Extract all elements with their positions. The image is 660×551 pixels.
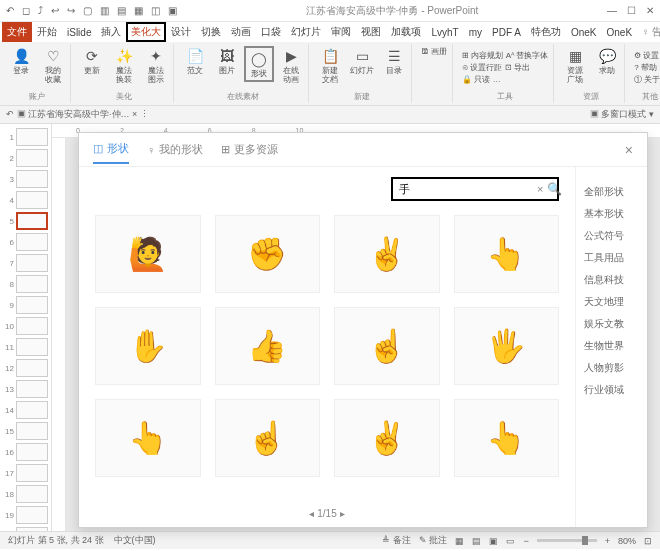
qat-icon[interactable]: ⤴ xyxy=(38,5,43,16)
qat-icon[interactable]: ◫ xyxy=(151,5,160,16)
shape-item[interactable]: 👆 xyxy=(454,215,560,293)
view-reading-icon[interactable]: ▣ xyxy=(489,536,498,546)
multi-window-button[interactable]: ▣ 多窗口模式 ▾ xyxy=(590,108,654,121)
tab-home[interactable]: 开始 xyxy=(32,22,62,42)
language[interactable]: 中文(中国) xyxy=(114,534,156,547)
slide-thumbnail[interactable]: 12 xyxy=(2,359,49,377)
notes-button[interactable]: ≜ 备注 xyxy=(382,534,411,547)
favorites-button[interactable]: ♡我的 收藏 xyxy=(38,46,68,85)
magic-style-button[interactable]: ✨魔法 换装 xyxy=(109,46,139,85)
qat-icon[interactable]: ▤ xyxy=(117,5,126,16)
online-anim-button[interactable]: ▶在线 动画 xyxy=(276,46,306,85)
qat-icon[interactable]: ▥ xyxy=(100,5,109,16)
clear-icon[interactable]: × xyxy=(537,183,543,195)
tab-design[interactable]: 设计 xyxy=(166,22,196,42)
category-item[interactable]: 人物剪影 xyxy=(584,357,639,379)
zoom-thumb[interactable] xyxy=(582,536,588,545)
doc-tab[interactable]: ↶ ▣ 江苏省海安高级中学·仲… × ⋮ xyxy=(6,108,149,121)
newslide-button[interactable]: ▭幻灯片 xyxy=(347,46,377,76)
slide-thumbnail[interactable]: 13 xyxy=(2,380,49,398)
tab-pocket[interactable]: 口袋 xyxy=(256,22,286,42)
tab-file[interactable]: 文件 xyxy=(2,22,32,42)
slide-thumbnail[interactable]: 6 xyxy=(2,233,49,251)
minimize-icon[interactable]: — xyxy=(607,5,617,16)
tab-beautify[interactable]: 美化大 xyxy=(126,22,166,42)
category-item[interactable]: 生物世界 xyxy=(584,335,639,357)
shape-item[interactable]: ☝ xyxy=(215,399,321,477)
tab-more-resources[interactable]: ⊞更多资源 xyxy=(221,136,278,163)
newdoc-button[interactable]: 📋新建 文档 xyxy=(315,46,345,85)
tab-view[interactable]: 视图 xyxy=(356,22,386,42)
category-item[interactable]: 公式符号 xyxy=(584,225,639,247)
slide-thumbnail[interactable]: 9 xyxy=(2,296,49,314)
tool-row[interactable]: 🔒 只读 … xyxy=(462,74,548,85)
category-item[interactable]: 全部形状 xyxy=(584,181,639,203)
shape-item[interactable]: 👆 xyxy=(95,399,201,477)
qat-icon[interactable]: ▢ xyxy=(83,5,92,16)
slide-thumbnail[interactable]: 16 xyxy=(2,443,49,461)
tab-slideshow[interactable]: 幻灯片 xyxy=(286,22,326,42)
slide-thumbnail[interactable]: 20 xyxy=(2,527,49,531)
tab-review[interactable]: 审阅 xyxy=(326,22,356,42)
slide-thumbnail[interactable]: 7 xyxy=(2,254,49,272)
category-item[interactable]: 行业领域 xyxy=(584,379,639,401)
tool-row[interactable]: ⊙ 设置行距 ⊡ 导出 xyxy=(462,62,548,73)
comments-button[interactable]: ✎ 批注 xyxy=(419,534,448,547)
qat-icon[interactable]: ↩ xyxy=(51,5,59,16)
close-panel-button[interactable]: × xyxy=(625,142,633,158)
shape-button[interactable]: ◯形状 xyxy=(244,46,274,82)
seek-button[interactable]: 💬求助 xyxy=(592,46,622,76)
tab-pdfa[interactable]: PDF A xyxy=(487,24,526,41)
login-button[interactable]: 👤登录 xyxy=(6,46,36,76)
tell-me[interactable]: ♀ 告诉我... xyxy=(637,22,660,42)
settings-button[interactable]: ⚙ 设置 ▾ xyxy=(634,50,660,61)
shape-item[interactable]: ✋ xyxy=(95,307,201,385)
shape-item[interactable]: ✌ xyxy=(334,215,440,293)
shape-item[interactable]: 👍 xyxy=(215,307,321,385)
shape-item[interactable]: ✊ xyxy=(215,215,321,293)
tab-anim[interactable]: 动画 xyxy=(226,22,256,42)
slide-thumbnail[interactable]: 2 xyxy=(2,149,49,167)
tab-lvyh[interactable]: LvyhT xyxy=(426,24,463,41)
search-icon[interactable]: 🔍 xyxy=(547,182,562,196)
slide-thumbnail[interactable]: 8 xyxy=(2,275,49,293)
about-button[interactable]: ① 关于 xyxy=(634,74,660,85)
shape-search-box[interactable]: × 🔍 xyxy=(391,177,559,201)
slide-thumbnail[interactable]: 17 xyxy=(2,464,49,482)
help-button[interactable]: ? 帮助 xyxy=(634,62,660,73)
category-item[interactable]: 工具用品 xyxy=(584,247,639,269)
update-button[interactable]: ⟳更新 xyxy=(77,46,107,76)
tab-islide[interactable]: iSlide xyxy=(62,24,96,41)
resource-button[interactable]: ▦资源 广场 xyxy=(560,46,590,85)
tab-insert[interactable]: 插入 xyxy=(96,22,126,42)
magic-diagram-button[interactable]: ✦魔法 图示 xyxy=(141,46,171,85)
shape-item[interactable]: 🖐 xyxy=(454,307,560,385)
zoom-in-button[interactable]: + xyxy=(605,536,610,546)
pager[interactable]: ◂ 1/15 ▸ xyxy=(79,508,575,519)
tab-feature[interactable]: 特色功 xyxy=(526,22,566,42)
tab-shapes[interactable]: ◫形状 xyxy=(93,135,129,164)
tool-row[interactable]: ⊞ 内容规划 Aᴬ 替换字体 xyxy=(462,50,548,61)
shape-item[interactable]: ✌ xyxy=(334,399,440,477)
fit-button[interactable]: ⊡ xyxy=(644,536,652,546)
shape-item[interactable]: ☝ xyxy=(334,307,440,385)
search-input[interactable] xyxy=(399,183,537,195)
sample-button[interactable]: 📄范文 xyxy=(180,46,210,76)
category-item[interactable]: 天文地理 xyxy=(584,291,639,313)
view-normal-icon[interactable]: ▦ xyxy=(455,536,464,546)
qat-icon[interactable]: ◻ xyxy=(22,5,30,16)
slide-thumbnail[interactable]: 11 xyxy=(2,338,49,356)
tab-onek1[interactable]: OneK xyxy=(566,24,602,41)
slide-thumbnail[interactable]: 5 xyxy=(2,212,49,230)
view-slideshow-icon[interactable]: ▭ xyxy=(506,536,515,546)
quick-access-toolbar[interactable]: ↶ ◻ ⤴ ↩ ↪ ▢ ▥ ▤ ▦ ◫ ▣ xyxy=(6,5,177,16)
tab-my-shapes[interactable]: ♀我的形状 xyxy=(147,136,203,163)
tab-addin[interactable]: 加载项 xyxy=(386,22,426,42)
qat-icon[interactable]: ▣ xyxy=(168,5,177,16)
album-button[interactable]: 🖺 画册 xyxy=(421,46,447,57)
category-item[interactable]: 娱乐文教 xyxy=(584,313,639,335)
qat-icon[interactable]: ↶ xyxy=(6,5,14,16)
tab-transition[interactable]: 切换 xyxy=(196,22,226,42)
slide-thumbnail[interactable]: 15 xyxy=(2,422,49,440)
slide-thumbnail[interactable]: 3 xyxy=(2,170,49,188)
